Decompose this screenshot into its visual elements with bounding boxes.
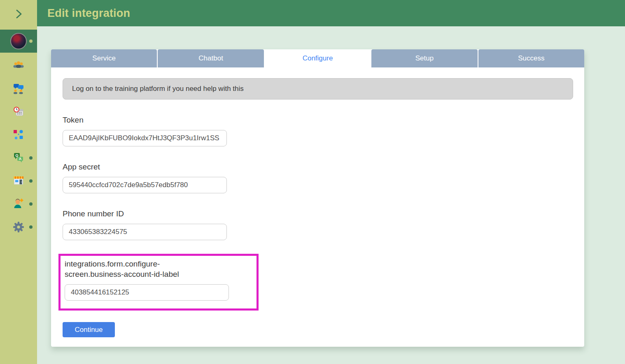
tab-chatbot[interactable]: Chatbot (158, 49, 264, 67)
sidebar: Q A (0, 0, 37, 364)
svg-text:A: A (19, 157, 21, 161)
flow-icon (12, 129, 25, 141)
sidebar-item-store[interactable] (0, 169, 37, 192)
store-icon (12, 175, 25, 187)
help-notice: Log on to the training platform if you n… (63, 78, 573, 100)
page-title: Edit integration (47, 7, 130, 20)
integration-card: Service Chatbot Configure Setup Success … (51, 49, 584, 347)
token-input[interactable] (63, 130, 227, 146)
team-icon (12, 60, 25, 72)
agent-icon (12, 198, 25, 210)
sidebar-item-settings[interactable] (0, 216, 37, 239)
tab-configure[interactable]: Configure (265, 49, 371, 67)
avatar (10, 33, 27, 49)
tab-service[interactable]: Service (51, 49, 157, 67)
sidebar-item-profile[interactable] (0, 30, 37, 53)
sidebar-item-qa[interactable]: Q A (0, 146, 37, 169)
business-account-id-highlight: integrations.form.configure-screen.busin… (58, 254, 259, 311)
sidebar-item-conversations[interactable] (0, 77, 37, 100)
chevron-right-icon (13, 9, 24, 21)
help-notice-text: Log on to the training platform if you n… (72, 85, 244, 93)
schedule-icon (12, 106, 25, 118)
continue-button[interactable]: Continue (63, 322, 115, 337)
business-account-id-input[interactable] (65, 284, 229, 301)
token-label: Token (63, 115, 573, 125)
business-account-id-label: integrations.form.configure-screen.busin… (65, 259, 192, 279)
sidebar-toggle[interactable] (0, 0, 37, 30)
sidebar-item-flows[interactable] (0, 123, 37, 146)
status-dot (29, 202, 33, 206)
app-secret-input[interactable] (63, 177, 227, 193)
phone-number-id-field-group: Phone number ID (63, 209, 573, 240)
settings-gear-icon (12, 221, 25, 233)
sidebar-item-team[interactable] (0, 54, 37, 77)
status-dot (29, 225, 33, 229)
phone-number-id-input[interactable] (63, 224, 227, 240)
sidebar-item-agent[interactable] (0, 192, 37, 216)
token-field-group: Token (63, 115, 573, 146)
tab-setup[interactable]: Setup (371, 49, 477, 67)
wizard-tabs: Service Chatbot Configure Setup Success (51, 49, 584, 67)
qa-chat-icon: Q A (12, 152, 25, 164)
header: Edit integration (37, 0, 625, 26)
tab-success[interactable]: Success (478, 49, 584, 67)
app-secret-label: App secret (63, 162, 573, 172)
phone-number-id-label: Phone number ID (63, 209, 573, 219)
sidebar-item-schedule[interactable] (0, 100, 37, 123)
app-secret-field-group: App secret (63, 162, 573, 193)
conversations-icon (12, 83, 25, 95)
status-dot (29, 39, 33, 43)
status-dot (29, 156, 33, 160)
status-dot (29, 179, 33, 183)
svg-text:Q: Q (15, 153, 18, 158)
